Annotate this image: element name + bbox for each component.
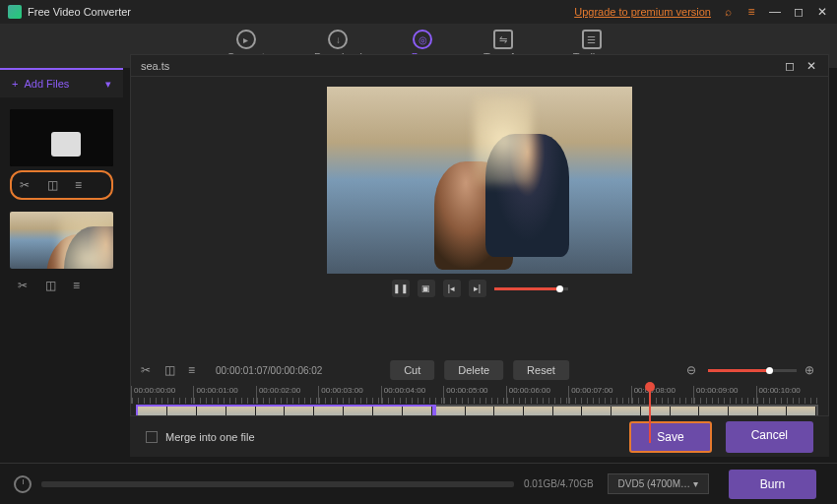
minimize-icon[interactable]: — bbox=[768, 5, 782, 19]
delete-button[interactable]: Delete bbox=[444, 360, 503, 380]
zoom-in-icon[interactable]: ⊕ bbox=[805, 363, 818, 377]
add-files-button[interactable]: + Add Files ▾ bbox=[0, 68, 123, 97]
merge-label: Merge into one file bbox=[165, 431, 255, 443]
clip-tools-2: ✂ ◫ ≡ bbox=[10, 273, 113, 298]
effects-icon[interactable]: ≡ bbox=[188, 363, 202, 377]
zoom-out-icon[interactable]: ⊖ bbox=[686, 363, 700, 377]
cut-icon[interactable]: ✂ bbox=[18, 279, 32, 292]
dvd-type-select[interactable]: DVD5 (4700M… ▾ bbox=[608, 473, 709, 494]
search-icon[interactable]: ⌕ bbox=[721, 5, 735, 19]
crop-icon[interactable]: ◫ bbox=[45, 279, 59, 292]
disk-usage-bar bbox=[41, 481, 514, 487]
next-frame-button[interactable]: ▸| bbox=[469, 280, 486, 297]
reset-button[interactable]: Reset bbox=[513, 360, 569, 380]
close-icon[interactable]: ✕ bbox=[815, 5, 829, 19]
timeline-ruler[interactable]: 00:00:00:00 00:00:01:00 00:00:02:00 00:0… bbox=[131, 386, 818, 404]
plus-icon: + bbox=[12, 78, 18, 90]
playhead[interactable] bbox=[649, 384, 651, 443]
trim-editor-modal: sea.ts ◻ ✕ ❚❚ ▣ |◂ ▸| ✂ ◫ ≡ 00:00:01:07/… bbox=[130, 54, 829, 455]
maximize-icon[interactable]: ◻ bbox=[792, 5, 805, 19]
app-icon bbox=[8, 5, 22, 19]
effects-icon[interactable]: ≡ bbox=[73, 279, 87, 292]
timeline-toolbar: ✂ ◫ ≡ 00:00:01:07/00:00:06:02 Cut Delete… bbox=[131, 358, 828, 382]
crop-icon[interactable]: ◫ bbox=[47, 178, 61, 192]
burn-button[interactable]: Burn bbox=[729, 470, 816, 499]
playback-controls: ❚❚ ▣ |◂ ▸| bbox=[131, 280, 828, 297]
stop-button[interactable]: ▣ bbox=[418, 280, 435, 297]
cancel-button[interactable]: Cancel bbox=[726, 421, 813, 453]
modal-filename: sea.ts bbox=[141, 60, 169, 72]
cut-icon[interactable]: ✂ bbox=[20, 178, 33, 192]
app-footer: 0.01GB/4.70GB DVD5 (4700M… ▾ Burn bbox=[0, 463, 837, 504]
disk-usage-text: 0.01GB/4.70GB bbox=[524, 478, 594, 489]
clip-card-2[interactable]: ✂ ◫ ≡ bbox=[10, 212, 113, 298]
playback-progress[interactable] bbox=[494, 287, 568, 290]
modal-close-icon[interactable]: ✕ bbox=[805, 59, 818, 73]
upgrade-link[interactable]: Upgrade to premium version bbox=[574, 6, 711, 18]
clock-icon[interactable] bbox=[14, 475, 32, 493]
sidebar: + Add Files ▾ ✂ ◫ ≡ ✂ ◫ ≡ bbox=[0, 68, 123, 504]
save-button[interactable]: Save bbox=[629, 421, 711, 453]
app-title: Free Video Converter bbox=[28, 6, 131, 18]
clip-tools-1: ✂ ◫ ≡ bbox=[10, 170, 113, 200]
modal-maximize-icon[interactable]: ◻ bbox=[783, 59, 797, 73]
timecode-display: 00:00:01:07/00:00:06:02 bbox=[216, 365, 322, 376]
video-preview bbox=[327, 87, 632, 274]
modal-footer: Merge into one file Save Cancel bbox=[130, 415, 829, 457]
crop-icon[interactable]: ◫ bbox=[164, 363, 178, 377]
clip-card-1[interactable]: ✂ ◫ ≡ bbox=[10, 109, 113, 200]
prev-frame-button[interactable]: |◂ bbox=[443, 280, 461, 297]
merge-checkbox[interactable] bbox=[146, 431, 158, 443]
titlebar: Free Video Converter Upgrade to premium … bbox=[0, 0, 837, 24]
menu-icon[interactable]: ≡ bbox=[744, 5, 758, 19]
dropdown-icon[interactable]: ▾ bbox=[105, 78, 111, 91]
cut-icon[interactable]: ✂ bbox=[141, 363, 155, 377]
cut-button[interactable]: Cut bbox=[390, 360, 434, 380]
zoom-slider[interactable] bbox=[708, 369, 797, 372]
pause-button[interactable]: ❚❚ bbox=[392, 280, 410, 297]
effects-icon[interactable]: ≡ bbox=[75, 178, 89, 192]
